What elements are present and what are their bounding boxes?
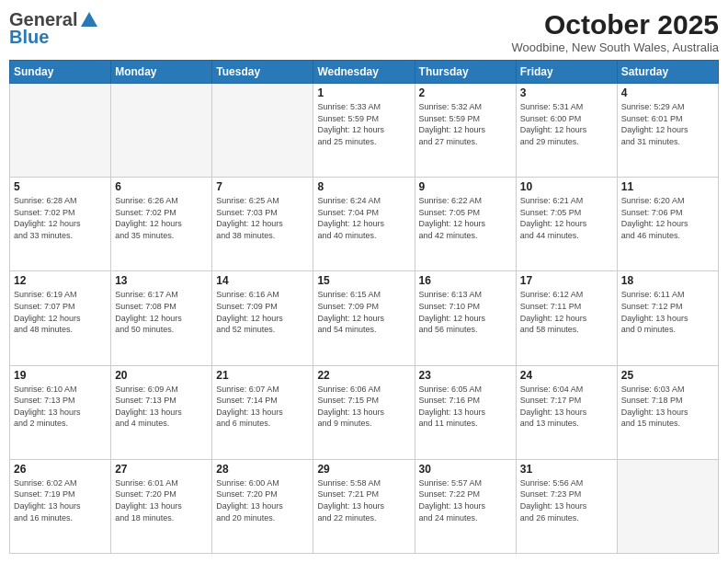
day-cell: 13Sunrise: 6:17 AM Sunset: 7:08 PM Dayli… [111,271,212,365]
day-number: 9 [419,180,512,193]
logo-icon [79,10,99,30]
day-cell [111,84,212,178]
month-title: October 2025 [512,9,719,40]
day-number: 28 [216,463,309,476]
day-cell [212,84,313,178]
day-cell [10,84,111,178]
day-cell: 19Sunrise: 6:10 AM Sunset: 7:13 PM Dayli… [10,365,111,459]
day-number: 29 [317,463,410,476]
day-number: 26 [14,463,107,476]
day-number: 1 [317,86,410,99]
day-cell: 26Sunrise: 6:02 AM Sunset: 7:19 PM Dayli… [10,459,111,553]
day-number: 3 [520,86,613,99]
day-cell: 10Sunrise: 6:21 AM Sunset: 7:05 PM Dayli… [516,178,617,271]
day-info: Sunrise: 6:19 AM Sunset: 7:07 PM Dayligh… [14,289,107,335]
day-info: Sunrise: 6:25 AM Sunset: 7:03 PM Dayligh… [216,195,309,241]
day-info: Sunrise: 6:15 AM Sunset: 7:09 PM Dayligh… [317,289,410,335]
day-info: Sunrise: 5:56 AM Sunset: 7:23 PM Dayligh… [520,477,613,523]
day-cell: 22Sunrise: 6:06 AM Sunset: 7:15 PM Dayli… [313,365,415,459]
day-cell [617,459,718,553]
day-number: 5 [14,180,107,193]
day-info: Sunrise: 6:21 AM Sunset: 7:05 PM Dayligh… [520,195,613,241]
svg-marker-0 [81,12,97,27]
day-info: Sunrise: 5:33 AM Sunset: 5:59 PM Dayligh… [317,101,410,147]
day-info: Sunrise: 5:58 AM Sunset: 7:21 PM Dayligh… [317,477,410,523]
day-number: 20 [115,369,208,382]
day-cell: 30Sunrise: 5:57 AM Sunset: 7:22 PM Dayli… [415,459,516,553]
day-info: Sunrise: 5:32 AM Sunset: 5:59 PM Dayligh… [419,101,512,147]
day-info: Sunrise: 6:05 AM Sunset: 7:16 PM Dayligh… [419,384,512,430]
day-cell: 2Sunrise: 5:32 AM Sunset: 5:59 PM Daylig… [415,84,516,178]
day-cell: 28Sunrise: 6:00 AM Sunset: 7:20 PM Dayli… [212,459,313,553]
day-info: Sunrise: 6:13 AM Sunset: 7:10 PM Dayligh… [419,289,512,335]
week-row-3: 19Sunrise: 6:10 AM Sunset: 7:13 PM Dayli… [10,365,719,459]
day-number: 22 [317,369,410,382]
day-number: 13 [115,274,208,287]
day-info: Sunrise: 6:12 AM Sunset: 7:11 PM Dayligh… [520,289,613,335]
day-info: Sunrise: 6:24 AM Sunset: 7:04 PM Dayligh… [317,195,410,241]
day-info: Sunrise: 6:03 AM Sunset: 7:18 PM Dayligh… [621,384,714,430]
day-cell: 5Sunrise: 6:28 AM Sunset: 7:02 PM Daylig… [10,178,111,271]
day-number: 16 [419,274,512,287]
day-number: 23 [419,369,512,382]
day-cell: 21Sunrise: 6:07 AM Sunset: 7:14 PM Dayli… [212,365,313,459]
day-cell: 29Sunrise: 5:58 AM Sunset: 7:21 PM Dayli… [313,459,415,553]
day-cell: 8Sunrise: 6:24 AM Sunset: 7:04 PM Daylig… [313,178,415,271]
day-number: 25 [621,369,714,382]
day-cell: 6Sunrise: 6:26 AM Sunset: 7:02 PM Daylig… [111,178,212,271]
day-cell: 16Sunrise: 6:13 AM Sunset: 7:10 PM Dayli… [415,271,516,365]
day-info: Sunrise: 6:22 AM Sunset: 7:05 PM Dayligh… [419,195,512,241]
day-cell: 4Sunrise: 5:29 AM Sunset: 6:01 PM Daylig… [617,84,718,178]
day-cell: 7Sunrise: 6:25 AM Sunset: 7:03 PM Daylig… [212,178,313,271]
header-row: Sunday Monday Tuesday Wednesday Thursday… [10,61,719,84]
day-info: Sunrise: 6:16 AM Sunset: 7:09 PM Dayligh… [216,289,309,335]
day-number: 18 [621,274,714,287]
logo: General Blue [9,9,101,48]
day-info: Sunrise: 6:17 AM Sunset: 7:08 PM Dayligh… [115,289,208,335]
week-row-0: 1Sunrise: 5:33 AM Sunset: 5:59 PM Daylig… [10,84,719,178]
day-info: Sunrise: 6:09 AM Sunset: 7:13 PM Dayligh… [115,384,208,430]
day-number: 8 [317,180,410,193]
day-number: 31 [520,463,613,476]
day-number: 24 [520,369,613,382]
day-info: Sunrise: 6:07 AM Sunset: 7:14 PM Dayligh… [216,384,309,430]
day-cell: 18Sunrise: 6:11 AM Sunset: 7:12 PM Dayli… [617,271,718,365]
col-monday: Monday [111,61,212,84]
day-cell: 24Sunrise: 6:04 AM Sunset: 7:17 PM Dayli… [516,365,617,459]
logo-blue: Blue [9,27,49,48]
day-cell: 23Sunrise: 6:05 AM Sunset: 7:16 PM Dayli… [415,365,516,459]
day-cell: 27Sunrise: 6:01 AM Sunset: 7:20 PM Dayli… [111,459,212,553]
week-row-4: 26Sunrise: 6:02 AM Sunset: 7:19 PM Dayli… [10,459,719,553]
day-number: 11 [621,180,714,193]
day-number: 10 [520,180,613,193]
day-info: Sunrise: 6:11 AM Sunset: 7:12 PM Dayligh… [621,289,714,335]
day-info: Sunrise: 6:06 AM Sunset: 7:15 PM Dayligh… [317,384,410,430]
day-info: Sunrise: 6:20 AM Sunset: 7:06 PM Dayligh… [621,195,714,241]
day-number: 17 [520,274,613,287]
col-wednesday: Wednesday [313,61,415,84]
day-info: Sunrise: 6:26 AM Sunset: 7:02 PM Dayligh… [115,195,208,241]
header: General Blue October 2025 Woodbine, New … [9,9,719,54]
day-cell: 14Sunrise: 6:16 AM Sunset: 7:09 PM Dayli… [212,271,313,365]
day-number: 2 [419,86,512,99]
calendar-page: General Blue October 2025 Woodbine, New … [0,0,728,563]
calendar-table: Sunday Monday Tuesday Wednesday Thursday… [9,60,719,554]
day-number: 15 [317,274,410,287]
day-number: 21 [216,369,309,382]
day-number: 7 [216,180,309,193]
day-cell: 1Sunrise: 5:33 AM Sunset: 5:59 PM Daylig… [313,84,415,178]
day-cell: 12Sunrise: 6:19 AM Sunset: 7:07 PM Dayli… [10,271,111,365]
week-row-2: 12Sunrise: 6:19 AM Sunset: 7:07 PM Dayli… [10,271,719,365]
day-info: Sunrise: 6:00 AM Sunset: 7:20 PM Dayligh… [216,477,309,523]
day-cell: 9Sunrise: 6:22 AM Sunset: 7:05 PM Daylig… [415,178,516,271]
title-block: October 2025 Woodbine, New South Wales, … [512,9,719,54]
col-saturday: Saturday [617,61,718,84]
day-number: 30 [419,463,512,476]
day-cell: 15Sunrise: 6:15 AM Sunset: 7:09 PM Dayli… [313,271,415,365]
day-number: 27 [115,463,208,476]
day-cell: 3Sunrise: 5:31 AM Sunset: 6:00 PM Daylig… [516,84,617,178]
day-info: Sunrise: 6:10 AM Sunset: 7:13 PM Dayligh… [14,384,107,430]
day-info: Sunrise: 5:29 AM Sunset: 6:01 PM Dayligh… [621,101,714,147]
day-info: Sunrise: 6:02 AM Sunset: 7:19 PM Dayligh… [14,477,107,523]
day-cell: 31Sunrise: 5:56 AM Sunset: 7:23 PM Dayli… [516,459,617,553]
